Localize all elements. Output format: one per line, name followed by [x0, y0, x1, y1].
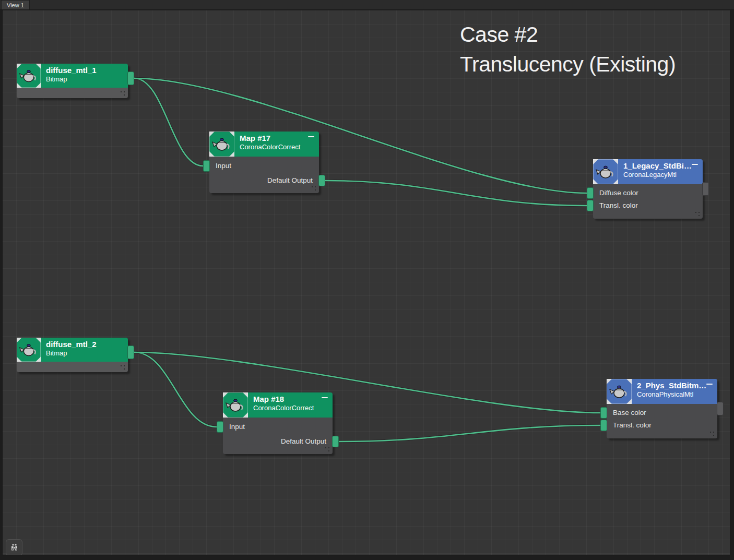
node-footer [17, 362, 128, 372]
node-footer [17, 88, 128, 98]
node-thumbnail[interactable] [223, 392, 248, 418]
resize-grip[interactable] [710, 432, 715, 436]
collapse-minus-button[interactable] [308, 136, 314, 137]
node-body: Diffuse colorTransl. color [593, 184, 703, 219]
socket-physical_mtl-transl_color[interactable] [600, 420, 607, 431]
node-title: diffuse_mtl_1 [46, 66, 124, 75]
socket-legacy_mtl-transl_color[interactable] [587, 200, 594, 211]
socket-map17-default_output[interactable] [318, 175, 325, 186]
node-title: 2_Phys_StdBitm… [637, 381, 713, 390]
node-header[interactable]: Map #17CoronaColorCorrect [209, 132, 319, 157]
tab-view1[interactable]: View 1 [1, 0, 30, 9]
node-title-block: diffuse_mtl_1Bitmap [41, 64, 128, 88]
socket-map18-default_output[interactable] [332, 436, 339, 447]
wire-diffuse_mtl_1.out-to-legacy_mtl.diffuse_color[interactable] [134, 78, 587, 193]
wire-diffuse_mtl_2.out-to-map18.input[interactable] [134, 352, 217, 427]
annotation-line2: Translucency (Existing) [460, 50, 676, 79]
resize-grip[interactable] [121, 91, 125, 96]
tab-view1-label: View 1 [7, 2, 24, 8]
slot-label: Default Output [216, 175, 313, 186]
wire-diffuse_mtl_2.out-to-physical_mtl.base_color[interactable] [134, 352, 600, 413]
resize-grip[interactable] [312, 186, 316, 191]
collapse-minus-button[interactable] [692, 164, 698, 165]
binoculars-icon [10, 543, 19, 552]
node-title: Map #17 [240, 134, 315, 142]
resize-grip[interactable] [695, 212, 700, 217]
slot-label: Base color [613, 407, 711, 418]
node-body: Base colorTransl. color [607, 404, 717, 438]
slot-label: Transl. color [613, 420, 711, 431]
node-title-block: 1_Legacy_StdBi…CoronaLegacyMtl [618, 159, 703, 184]
node-thumbnail[interactable] [17, 64, 41, 88]
slot-label: Input [229, 421, 326, 432]
node-legacy_mtl[interactable]: 1_Legacy_StdBi…CoronaLegacyMtlDiffuse co… [593, 159, 703, 219]
node-view-canvas[interactable]: diffuse_mtl_1BitmapMap #17CoronaColorCor… [2, 10, 730, 555]
pan-to-selection-button[interactable] [6, 539, 22, 555]
node-header[interactable]: diffuse_mtl_1Bitmap [17, 64, 128, 88]
teapot-icon [593, 159, 618, 184]
node-subtitle: CoronaPhysicalMtl [637, 390, 713, 398]
node-subtitle: CoronaColorCorrect [253, 404, 328, 412]
slot-label: Input [216, 160, 313, 171]
socket-diffuse_mtl_1-out[interactable] [127, 72, 134, 85]
slot-label: Transl. color [599, 200, 696, 211]
socket-legacy_mtl-output[interactable] [702, 182, 709, 196]
annotation-title: Case #2 Translucency (Existing) [460, 20, 676, 79]
node-body: InputDefault Output [209, 157, 319, 193]
teapot-icon [17, 338, 41, 362]
slot-label: Diffuse color [599, 187, 696, 198]
node-title-block: Map #17CoronaColorCorrect [234, 132, 319, 157]
node-header[interactable]: diffuse_mtl_2Bitmap [17, 338, 128, 362]
node-diffuse_mtl_2[interactable]: diffuse_mtl_2Bitmap [17, 338, 128, 372]
socket-map18-input[interactable] [217, 421, 223, 433]
socket-legacy_mtl-diffuse_color[interactable] [587, 187, 594, 199]
node-thumbnail[interactable] [593, 159, 618, 184]
node-thumbnail[interactable] [607, 379, 632, 404]
teapot-icon [17, 64, 41, 88]
node-title-block: diffuse_mtl_2Bitmap [41, 338, 128, 362]
node-title: diffuse_mtl_2 [46, 340, 124, 349]
wire-map17.default_output-to-legacy_mtl.transl_color[interactable] [325, 181, 587, 206]
node-subtitle: CoronaLegacyMtl [623, 171, 699, 178]
collapse-minus-button[interactable] [322, 397, 328, 398]
wire-map18.default_output-to-physical_mtl.transl_color[interactable] [339, 425, 600, 442]
node-subtitle: CoronaColorCorrect [240, 143, 315, 151]
teapot-icon [209, 132, 234, 157]
socket-physical_mtl-base_color[interactable] [600, 407, 607, 419]
teapot-icon [223, 392, 248, 418]
teapot-icon [607, 379, 632, 404]
node-thumbnail[interactable] [209, 132, 234, 157]
node-map18[interactable]: Map #18CoronaColorCorrectInputDefault Ou… [223, 392, 333, 454]
node-header[interactable]: 2_Phys_StdBitm…CoronaPhysicalMtl [607, 379, 717, 404]
node-body: InputDefault Output [223, 418, 333, 454]
socket-physical_mtl-output[interactable] [717, 402, 724, 415]
resize-grip[interactable] [325, 447, 330, 452]
node-thumbnail[interactable] [17, 338, 41, 362]
node-header[interactable]: Map #18CoronaColorCorrect [223, 392, 333, 418]
node-physical_mtl[interactable]: 2_Phys_StdBitm…CoronaPhysicalMtlBase col… [607, 379, 717, 438]
collapse-minus-button[interactable] [706, 384, 713, 385]
node-map17[interactable]: Map #17CoronaColorCorrectInputDefault Ou… [209, 132, 319, 193]
annotation-line1: Case #2 [460, 20, 676, 50]
resize-grip[interactable] [121, 365, 125, 370]
node-title-block: Map #18CoronaColorCorrect [248, 392, 333, 418]
node-title: 1_Legacy_StdBi… [623, 161, 699, 170]
view-tab-bar: View 1 [0, 0, 734, 10]
node-subtitle: Bitmap [46, 349, 124, 357]
socket-map17-input[interactable] [203, 160, 210, 172]
node-diffuse_mtl_1[interactable]: diffuse_mtl_1Bitmap [17, 64, 128, 98]
node-header[interactable]: 1_Legacy_StdBi…CoronaLegacyMtl [593, 159, 703, 184]
slot-label: Default Output [229, 436, 326, 447]
socket-diffuse_mtl_2-out[interactable] [127, 345, 134, 359]
node-title: Map #18 [253, 395, 328, 403]
node-title-block: 2_Phys_StdBitm…CoronaPhysicalMtl [632, 379, 717, 404]
wire-diffuse_mtl_1.out-to-map17.input[interactable] [134, 78, 203, 166]
node-subtitle: Bitmap [46, 75, 124, 83]
